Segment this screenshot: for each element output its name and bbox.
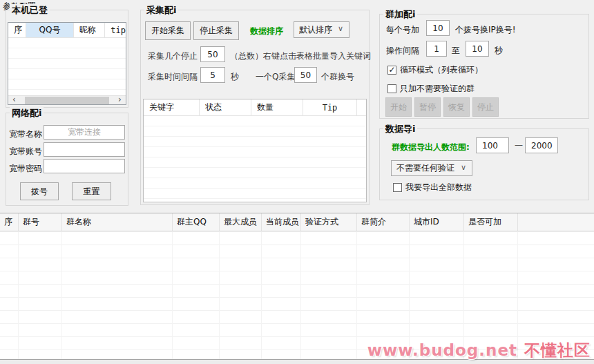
stop-collect-button[interactable]: 停止采集 — [193, 21, 239, 40]
collect-groupbox-title: 采集配i — [144, 4, 178, 17]
noverify-checkbox-label: 只加不需要验证的群 — [400, 83, 475, 95]
network-groupbox: 网络配i 宽带名称 宽带账号 宽带密码 拨号 重置 — [6, 113, 128, 206]
watermark-community: 不懂社区 — [524, 341, 591, 359]
table-grid-column — [301, 232, 357, 359]
accounts-table-hscrollbar[interactable]: ‹ › — [8, 95, 126, 104]
broadband-name-label: 宽带名称 — [9, 128, 42, 140]
verify-filter-dropdown[interactable]: 不需要任何验证 ∨ — [391, 160, 472, 176]
broadband-password-input[interactable] — [44, 159, 125, 173]
column-header-seq[interactable]: 序 — [0, 213, 19, 231]
join-groupbox-title: 群加配i — [383, 8, 417, 21]
broadband-account-label: 宽带账号 — [9, 146, 42, 157]
broadband-account-input[interactable] — [44, 142, 125, 157]
export-range-label: 群数据导出人数范围: — [392, 142, 470, 153]
op-unit-label: 秒 — [495, 45, 503, 57]
column-header-city-id[interactable]: 城市ID — [410, 213, 464, 231]
checkbox-unchecked-icon[interactable] — [387, 84, 396, 93]
accounts-groupbox-title: 本机已登 — [10, 4, 50, 17]
watermark: www.budog.net不懂社区 — [367, 340, 591, 361]
column-header-group-name[interactable]: 群名称 — [62, 213, 173, 231]
loop-mode-checkbox[interactable]: ✓ 循环模式（列表循环） — [387, 64, 483, 76]
op-from-input[interactable] — [426, 41, 447, 57]
resume-button: 恢复 — [443, 97, 470, 117]
reset-button[interactable]: 重置 — [72, 182, 111, 200]
column-header-joinable[interactable]: 是否可加 — [464, 213, 518, 231]
stop-count-hint: （总数）右键点击表格批量导入关键词 — [230, 50, 371, 62]
column-header-qq[interactable]: QQ号 — [26, 23, 73, 37]
broadband-password-label: 宽带密码 — [9, 163, 42, 175]
start-button: 开始 — [385, 97, 412, 117]
per-q-unit-label: 个群换号 — [321, 71, 354, 83]
column-header-keyword[interactable]: 关键字 — [144, 99, 200, 115]
accounts-table-header: 序 QQ号 昵称 tip — [8, 23, 126, 38]
network-groupbox-title: 网络配i — [10, 107, 44, 119]
interval-label: 采集时间间隔 — [148, 71, 198, 83]
op-to-label: 至 — [452, 45, 460, 57]
per-q-input[interactable] — [294, 67, 317, 83]
stop-count-label: 采集几个停止 — [148, 50, 198, 62]
scroll-right-icon[interactable]: › — [115, 95, 124, 104]
watermark-url: www.budog.net — [367, 341, 517, 359]
table-grid-column — [0, 232, 19, 359]
scroll-left-icon[interactable]: ‹ — [10, 95, 19, 104]
interval-unit-label: 秒 — [231, 71, 239, 83]
table-grid-column — [220, 232, 262, 359]
range-from-input[interactable] — [476, 137, 509, 153]
range-to-input[interactable] — [525, 137, 558, 153]
sort-label: 数据排序 — [250, 26, 283, 37]
pause-button: 暂停 — [414, 97, 441, 117]
accounts-table[interactable]: 序 QQ号 昵称 tip ‹ › — [8, 22, 126, 105]
start-collect-button[interactable]: 开始采集 — [145, 21, 191, 40]
chevron-down-icon: ∨ — [338, 24, 343, 33]
column-header-count[interactable]: 数量 — [251, 99, 303, 115]
chevron-down-icon: ∨ — [461, 163, 466, 172]
per-q-label: 一个Q采集 — [256, 71, 295, 83]
scrollbar-thumb[interactable] — [25, 97, 109, 104]
join-groupbox: 群加配i 每个号加 个拨号换IP换号! 操作间隔 至 秒 ✓ 循环模式（列表循环… — [379, 14, 589, 119]
column-header-group-intro[interactable]: 群简介 — [357, 213, 410, 231]
noverify-checkbox[interactable]: 只加不需要验证的群 — [387, 83, 475, 95]
keywords-table[interactable]: 关键字 状态 数量 Tip — [143, 99, 367, 202]
stop-count-input[interactable] — [200, 46, 225, 62]
groups-table-header: 序 群号 群名称 群主QQ 最大成员 当前成员 验证方式 群简介 城市ID 是否… — [0, 213, 594, 231]
column-header-verify-method[interactable]: 验证方式 — [301, 213, 357, 231]
checkbox-checked-icon[interactable]: ✓ — [387, 66, 396, 75]
interval-input[interactable] — [200, 67, 225, 83]
dial-button[interactable]: 拨号 — [20, 182, 59, 200]
table-grid-column — [262, 232, 301, 359]
accounts-table-body[interactable] — [8, 38, 126, 95]
export-groupbox: 数据导i 群数据导出人数范围: — 不需要任何验证 ∨ 我要导出全部数据 — [379, 128, 589, 200]
keywords-table-body[interactable] — [144, 116, 366, 202]
accounts-groupbox: 本机已登 序 QQ号 昵称 tip ‹ › — [6, 10, 128, 108]
keywords-table-header: 关键字 状态 数量 Tip — [144, 99, 366, 116]
export-groupbox-title: 数据导i — [383, 123, 417, 135]
table-grid-column — [62, 232, 173, 359]
column-header-seq[interactable]: 序 — [8, 23, 26, 37]
column-header-status[interactable]: 状态 — [200, 99, 251, 115]
table-grid-column — [19, 232, 62, 359]
sort-dropdown-value: 默认排序 — [299, 24, 332, 36]
op-to-input[interactable] — [466, 41, 489, 57]
stop-button: 停止 — [472, 97, 499, 117]
column-header-filler — [357, 99, 366, 115]
export-all-checkbox[interactable]: 我要导出全部数据 — [393, 182, 472, 193]
loop-mode-checkbox-label: 循环模式（列表循环） — [400, 64, 483, 76]
checkbox-unchecked-icon[interactable] — [393, 183, 402, 192]
broadband-name-input[interactable] — [44, 125, 125, 140]
table-grid-column — [173, 232, 220, 359]
column-header-nickname[interactable]: 昵称 — [74, 23, 106, 37]
column-header-tip[interactable]: Tip — [303, 99, 357, 115]
column-header-tip[interactable]: tip — [105, 23, 126, 37]
column-header-group-number[interactable]: 群号 — [19, 213, 62, 231]
per-account-hint: 个拨号换IP换号! — [455, 24, 516, 36]
column-header-current-members[interactable]: 当前成员 — [262, 213, 301, 231]
export-all-checkbox-label: 我要导出全部数据 — [405, 182, 472, 193]
column-header-filler — [518, 213, 594, 231]
app-window: 参数配置 本机已登 序 QQ号 昵称 tip ‹ › 网络配i 宽带名称 宽带账… — [0, 0, 594, 364]
sort-dropdown[interactable]: 默认排序 ∨ — [294, 21, 349, 38]
collect-groupbox: 采集配i 开始采集 停止采集 数据排序 默认排序 ∨ 采集几个停止 （总数）右键… — [140, 10, 370, 205]
column-header-owner-qq[interactable]: 群主QQ — [173, 213, 220, 231]
column-header-max-members[interactable]: 最大成员 — [220, 213, 262, 231]
per-account-label: 每个号加 — [386, 24, 419, 36]
per-account-input[interactable] — [426, 20, 450, 36]
